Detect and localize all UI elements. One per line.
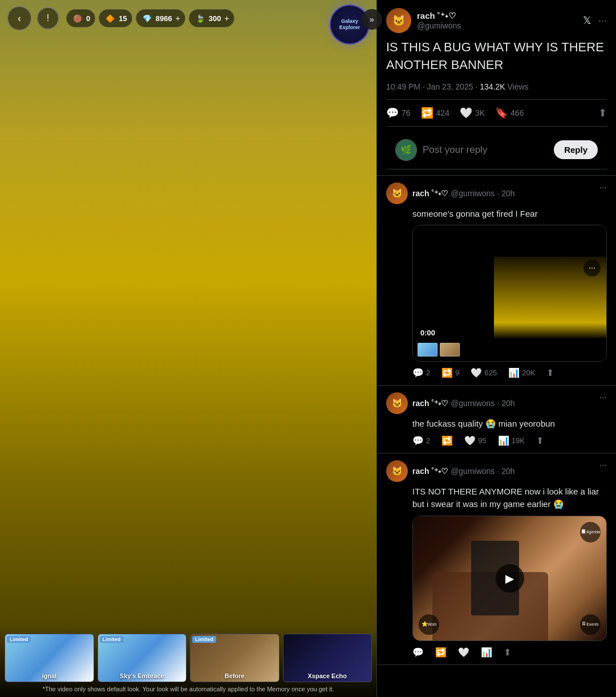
banner-card-3[interactable]: Limited Before <box>190 634 279 682</box>
share-icon: ⬆ <box>598 107 607 119</box>
reply-3-avatar[interactable]: 🐱 <box>386 460 408 482</box>
limited-badge-1: Limited <box>7 636 31 643</box>
reply-1-name: rach ˚⁺˖♡ <box>412 189 448 198</box>
banner-card-1[interactable]: Limited ignal <box>5 634 94 682</box>
reply-3-like[interactable]: 🤍 <box>458 647 469 658</box>
share-icon: ⬆ <box>546 367 554 378</box>
resources-bar: 🟤 0 🔶 15 💎 8966 + 🍃 300 + <box>66 9 234 27</box>
banner-card-4[interactable]: Xspace Echo <box>283 634 372 682</box>
reply-2-like-count: 95 <box>478 436 486 445</box>
banner-card-2[interactable]: Limited Sky's Embrace <box>98 634 187 682</box>
reply-2-avatar[interactable]: 🐱 <box>386 392 408 414</box>
reply-3-share[interactable]: ⬆ <box>504 647 511 658</box>
reply-1-views[interactable]: 📊 20K <box>508 367 535 378</box>
comment-stat[interactable]: 💬 76 <box>386 107 411 119</box>
retweet-icon: 🔁 <box>435 647 447 658</box>
main-tweet-avatar[interactable]: 🐱 <box>386 8 411 33</box>
reply-2-author-row: 🐱 rach ˚⁺˖♡ @gumiwons · 20h <box>386 392 515 414</box>
reply-1-more-button[interactable]: ··· <box>599 183 607 193</box>
tweet-author-left: 🐱 rach ˚⁺˖♡ @gumiwons <box>386 8 461 33</box>
play-button[interactable]: ▶ <box>496 564 524 593</box>
heart-icon: 🤍 <box>464 435 476 446</box>
tweet-views-count: 134.2K <box>480 82 505 91</box>
reply-avatar: 🌿 <box>395 139 417 161</box>
banner-label-1: ignal <box>5 672 94 679</box>
main-tweet: 🐱 rach ˚⁺˖♡ @gumiwons 𝕏 ··· IS THIS A BU… <box>377 0 616 176</box>
comment-icon: 💬 <box>412 435 424 446</box>
resource-icon-1: 🟤 <box>71 12 84 25</box>
comment-icon: 💬 <box>412 367 424 378</box>
video-mini-thumbs <box>418 343 460 356</box>
retweet-icon: 🔁 <box>441 367 453 378</box>
reply-2: 🐱 rach ˚⁺˖♡ @gumiwons · 20h ··· the fuck… <box>377 386 616 453</box>
resource-item-4[interactable]: 🍃 300 + <box>189 9 234 27</box>
tweet-timestamp: 10:49 PM · Jan 23, 2025 <box>386 82 473 91</box>
reply-3-header: 🐱 rach ˚⁺˖♡ @gumiwons · 20h ··· <box>386 460 607 482</box>
reply-3-actions: 💬 🔁 🤍 📊 ⬆ <box>412 647 607 658</box>
reply-1-author-info: rach ˚⁺˖♡ @gumiwons · 20h <box>412 189 515 198</box>
reply-1-share[interactable]: ⬆ <box>546 367 554 378</box>
video-controls[interactable] <box>413 338 606 361</box>
reply-1-timestamp: 20h <box>501 189 514 198</box>
reply-3-name: rach ˚⁺˖♡ <box>412 467 448 476</box>
game-hud: ‹ ! 🟤 0 🔶 15 💎 8966 + 🍃 300 + <box>0 0 376 37</box>
reply-3-video[interactable]: ▶ 📋Agenda 🗓Events ⭐Wish <box>412 516 607 641</box>
reply-3-more-button[interactable]: ··· <box>599 460 607 471</box>
banner-label-2: Sky's Embrace <box>98 672 187 679</box>
resource-item-2: 🔶 15 <box>99 9 132 27</box>
video-timestamp: 0:00 <box>418 327 438 338</box>
reply-1-handle: @gumiwons <box>451 189 495 198</box>
resource-icon-2: 🔶 <box>104 12 116 25</box>
reply-2-views[interactable]: 📊 19K <box>498 435 525 446</box>
reply-2-more-button[interactable]: ··· <box>599 392 607 403</box>
expand-button[interactable]: » <box>362 9 382 30</box>
reply-1-video[interactable]: ⋯ 0:00 <box>412 225 607 362</box>
reply-3-dot: · <box>497 467 499 476</box>
reply-3-retweet[interactable]: 🔁 <box>435 647 447 658</box>
reply-1-comment[interactable]: 💬 2 <box>412 367 430 378</box>
reply-button[interactable]: Reply <box>554 140 598 159</box>
galaxy-explorer-label: Galaxy Explorer <box>334 18 366 31</box>
mini-thumb-2 <box>440 343 460 356</box>
game-panel: ‹ ! 🟤 0 🔶 15 💎 8966 + 🍃 300 + Ga <box>0 0 376 697</box>
comment-icon: 💬 <box>386 107 399 119</box>
share-button[interactable]: ⬆ <box>598 107 607 119</box>
reply-1-views-count: 20K <box>522 368 535 377</box>
bookmark-stat[interactable]: 🔖 466 <box>495 107 524 119</box>
video2-background: ▶ 📋Agenda 🗓Events ⭐Wish <box>413 516 606 641</box>
alert-button[interactable]: ! <box>37 7 59 30</box>
reply-1-header: 🐱 rach ˚⁺˖♡ @gumiwons · 20h ··· <box>386 183 607 204</box>
resource-icon-4: 🍃 <box>194 12 206 25</box>
reply-2-like[interactable]: 🤍 95 <box>464 435 486 446</box>
reply-1-like-count: 625 <box>484 368 497 377</box>
reply-3-text: ITS NOT THERE ANYMORE now i look like a … <box>412 485 607 511</box>
like-stat[interactable]: 🤍 3K <box>460 107 485 119</box>
reply-1-author-row: 🐱 rach ˚⁺˖♡ @gumiwons · 20h <box>386 183 515 204</box>
resource-item-3[interactable]: 💎 8966 + <box>136 9 185 27</box>
back-button[interactable]: ‹ <box>7 6 32 31</box>
reply-2-dot: · <box>497 399 499 408</box>
reply-1-text: someone's gonna get fired I Fear <box>412 208 607 221</box>
reply-1-avatar[interactable]: 🐱 <box>386 183 408 204</box>
tweet-more-button[interactable]: ··· <box>598 15 607 27</box>
reply-1: 🐱 rach ˚⁺˖♡ @gumiwons · 20h ··· someone'… <box>377 176 616 386</box>
bookmark-icon: 🔖 <box>495 107 508 119</box>
reply-3-comment[interactable]: 💬 <box>412 647 424 658</box>
reply-3: 🐱 rach ˚⁺˖♡ @gumiwons · 20h ··· ITS NOT … <box>377 453 616 665</box>
reply-1-retweet[interactable]: 🔁 9 <box>441 367 459 378</box>
main-tweet-author-info: rach ˚⁺˖♡ @gumiwons <box>417 11 461 30</box>
banner-label-3: Before <box>191 672 279 679</box>
heart-icon: 🤍 <box>471 367 482 378</box>
reply-2-share[interactable]: ⬆ <box>536 435 544 446</box>
twitter-panel: 🐱 rach ˚⁺˖♡ @gumiwons 𝕏 ··· IS THIS A BU… <box>376 0 616 697</box>
reply-box: 🌿 Reply <box>386 133 607 169</box>
reply-3-views[interactable]: 📊 <box>481 647 492 658</box>
reply-2-timestamp: 20h <box>501 399 514 408</box>
reply-input[interactable] <box>423 144 548 156</box>
reply-2-comment[interactable]: 💬 2 <box>412 435 430 446</box>
retweet-stat[interactable]: 🔁 424 <box>421 107 449 119</box>
retweet-count: 424 <box>436 108 449 117</box>
views-icon: 📊 <box>481 647 492 658</box>
reply-1-like[interactable]: 🤍 625 <box>471 367 497 378</box>
reply-2-retweet[interactable]: 🔁 <box>441 435 453 446</box>
